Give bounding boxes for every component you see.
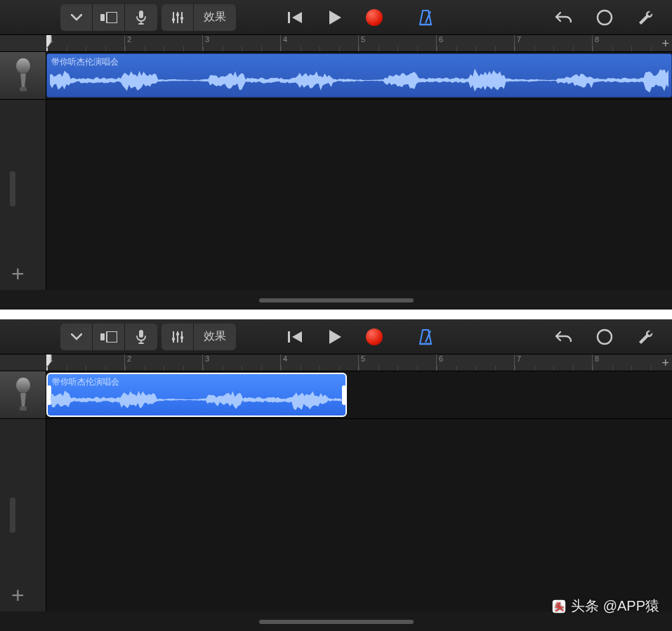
plus-icon: +	[11, 583, 25, 608]
ruler[interactable]: 12345678 +	[0, 354, 672, 371]
toolbar: 效果	[0, 319, 672, 354]
ruler-beat[interactable]: 6	[436, 35, 514, 51]
watermark-logo-icon: 头	[551, 599, 567, 614]
browser-button[interactable]	[93, 4, 125, 31]
ruler-beat[interactable]: 1	[46, 354, 124, 371]
ruler-beat[interactable]: 7	[514, 35, 592, 51]
ruler-add-button[interactable]: +	[661, 356, 669, 371]
ruler-beat[interactable]: 8	[592, 35, 670, 51]
playhead[interactable]	[46, 354, 52, 371]
mic-input-button[interactable]	[125, 4, 157, 31]
loop-button[interactable]	[589, 324, 620, 350]
browser-button[interactable]	[93, 324, 125, 350]
chevron-down-icon	[71, 14, 82, 21]
metronome-button[interactable]	[410, 4, 441, 31]
loop-button[interactable]	[589, 4, 620, 31]
ruler-beat[interactable]: 3	[202, 35, 280, 51]
fx-label: 效果	[204, 10, 226, 25]
ruler-beat[interactable]: 5	[358, 354, 436, 371]
scroll-indicator[interactable]	[259, 298, 414, 303]
settings-button[interactable]	[630, 324, 661, 350]
undo-button[interactable]	[548, 4, 579, 31]
svg-point-4	[176, 13, 178, 15]
undo-icon	[555, 11, 573, 25]
svg-point-5	[180, 16, 183, 19]
record-button[interactable]	[361, 324, 388, 350]
ruler-beat[interactable]: 1	[46, 35, 124, 51]
beat-number: 4	[283, 35, 287, 44]
play-button[interactable]	[322, 4, 348, 31]
fx-group: 效果	[162, 324, 236, 350]
track-lane[interactable]: 带你听杰伦演唱会	[46, 52, 672, 100]
ruler-beat[interactable]: 7	[514, 354, 592, 371]
ruler-beat[interactable]: 4	[280, 35, 358, 51]
empty-track-slot[interactable]	[0, 491, 46, 540]
tracks-dropdown-button[interactable]	[60, 324, 93, 350]
ruler-add-button[interactable]: +	[661, 36, 669, 51]
svg-rect-15	[107, 331, 117, 343]
wrench-icon	[636, 8, 654, 27]
ruler-beat[interactable]: 2	[124, 354, 202, 371]
browse-icon	[100, 331, 117, 343]
svg-rect-2	[139, 11, 143, 18]
ruler[interactable]: 12345678 +	[0, 35, 672, 52]
track-lanes[interactable]: 带你听杰伦演唱会	[46, 52, 672, 290]
mic-input-button[interactable]	[125, 324, 157, 350]
record-button[interactable]	[361, 4, 388, 31]
ruler-beat[interactable]: 6	[436, 354, 514, 371]
fx-button[interactable]: 效果	[194, 324, 236, 350]
view-group	[60, 4, 157, 31]
svg-point-9	[598, 11, 612, 25]
beat-number: 7	[517, 35, 521, 44]
ruler-beat[interactable]: 5	[358, 35, 436, 51]
microphone-track-icon	[13, 58, 34, 93]
track-header-audio[interactable]	[0, 371, 46, 419]
microphone-track-icon	[13, 378, 34, 413]
svg-point-17	[171, 337, 174, 340]
add-track-button[interactable]: +	[11, 261, 25, 287]
mixer-button[interactable]	[162, 324, 194, 350]
ruler-beat[interactable]: 4	[280, 354, 358, 371]
svg-point-3	[171, 18, 174, 20]
metronome-button[interactable]	[410, 324, 441, 350]
track-header-audio[interactable]	[0, 52, 46, 100]
loop-icon	[595, 328, 614, 346]
svg-point-11	[16, 58, 30, 74]
settings-button[interactable]	[630, 4, 661, 31]
beat-number: 8	[595, 35, 599, 44]
mixer-button[interactable]	[162, 4, 194, 31]
empty-track-slot[interactable]	[0, 164, 46, 213]
audio-region[interactable]: 带你听杰伦演唱会	[46, 53, 672, 98]
wrench-icon	[636, 328, 654, 346]
play-button[interactable]	[322, 324, 348, 350]
ruler-beat[interactable]: 3	[202, 354, 280, 371]
scroll-indicator[interactable]	[259, 620, 414, 624]
svg-rect-16	[139, 330, 143, 338]
transport-controls	[282, 324, 388, 350]
rewind-icon	[288, 11, 303, 25]
add-track-button[interactable]: +	[11, 583, 25, 609]
beat-number: 5	[361, 35, 365, 44]
svg-point-23	[598, 330, 612, 344]
rewind-button[interactable]	[282, 4, 309, 31]
undo-button[interactable]	[548, 324, 579, 350]
watermark-text: 头条 @APP猿	[571, 597, 659, 616]
beat-number: 2	[127, 354, 131, 363]
track-headers: +	[0, 371, 46, 611]
ruler-beat[interactable]: 8	[592, 354, 670, 371]
view-group	[60, 324, 157, 350]
rewind-button[interactable]	[282, 324, 309, 350]
chevron-down-icon	[71, 333, 82, 340]
beat-number: 5	[361, 354, 365, 363]
fx-button[interactable]: 效果	[194, 4, 236, 31]
track-lanes[interactable]: 带你听杰伦演唱会	[46, 371, 672, 611]
svg-point-19	[180, 336, 183, 338]
track-lane[interactable]: 带你听杰伦演唱会	[46, 371, 672, 419]
tracks-dropdown-button[interactable]	[60, 4, 93, 31]
svg-rect-1	[107, 12, 117, 23]
audio-region-selected[interactable]: 带你听杰伦演唱会	[46, 373, 347, 417]
playhead[interactable]	[46, 35, 52, 51]
ruler-beat[interactable]: 2	[124, 35, 202, 51]
svg-text:头: 头	[555, 601, 564, 611]
play-icon	[328, 10, 342, 25]
